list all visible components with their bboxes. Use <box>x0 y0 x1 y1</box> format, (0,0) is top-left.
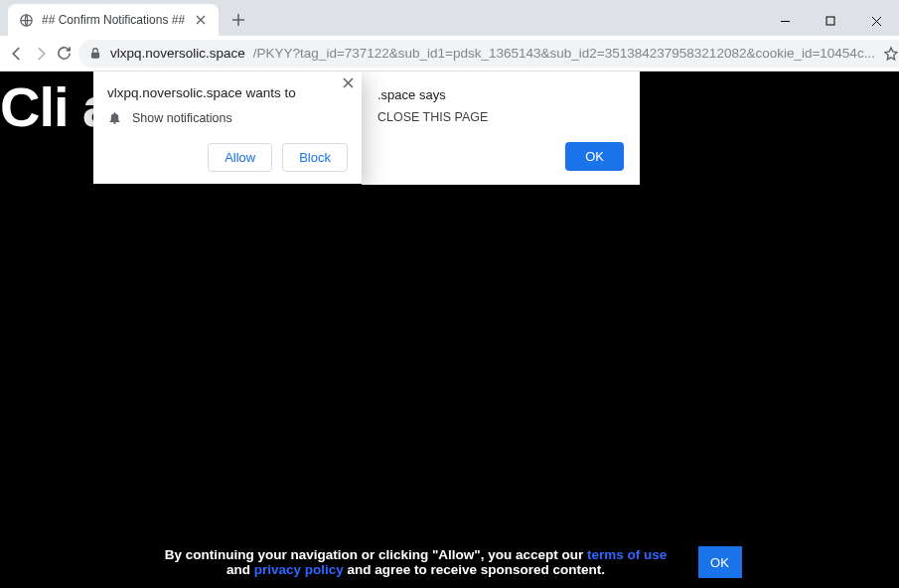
consent-text: By continuing your navigation or clickin… <box>158 547 674 577</box>
block-button[interactable]: Block <box>282 143 348 172</box>
allow-button[interactable]: Allow <box>208 143 272 172</box>
bookmark-star-icon[interactable] <box>883 46 899 62</box>
consent-text-2: and agree to receive sponsored content. <box>344 562 605 577</box>
url-path: /PKYY?tag_id=737122&sub_id1=pdsk_1365143… <box>253 46 875 61</box>
notification-permission-prompt: vlxpq.noversolic.space wants to Show not… <box>93 72 362 184</box>
new-tab-button[interactable] <box>225 6 252 34</box>
alert-ok-button[interactable]: OK <box>565 142 624 171</box>
svg-rect-2 <box>91 52 99 58</box>
titlebar: ## Confirm Notifications ## <box>0 0 899 36</box>
permission-text: Show notifications <box>132 111 232 125</box>
permission-header: vlxpq.noversolic.space wants to <box>107 85 348 100</box>
tab-title: ## Confirm Notifications ## <box>42 13 185 27</box>
browser-toolbar: vlxpq.noversolic.space/PKYY?tag_id=73712… <box>0 36 899 72</box>
reload-button[interactable] <box>56 40 73 68</box>
bell-icon <box>107 110 122 125</box>
minimize-button[interactable] <box>762 6 808 36</box>
consent-text-1: By continuing your navigation or clickin… <box>165 547 587 562</box>
tab-close-icon[interactable] <box>193 12 209 28</box>
window-controls <box>762 6 899 36</box>
consent-and: and <box>226 562 254 577</box>
url-host: vlxpq.noversolic.space <box>110 46 245 61</box>
permission-close-icon[interactable] <box>343 77 354 88</box>
consent-ok-button[interactable]: OK <box>698 546 742 578</box>
alert-message: CLOSE THIS PAGE <box>377 110 624 124</box>
back-button[interactable] <box>8 40 26 68</box>
permission-line: Show notifications <box>107 110 348 125</box>
lock-icon[interactable] <box>88 47 102 61</box>
maximize-button[interactable] <box>808 6 853 36</box>
tab-strip: ## Confirm Notifications ## <box>0 4 762 36</box>
browser-tab[interactable]: ## Confirm Notifications ## <box>8 4 219 36</box>
svg-rect-1 <box>826 17 834 25</box>
consent-bar: By continuing your navigation or clickin… <box>0 546 899 578</box>
address-bar[interactable]: vlxpq.noversolic.space/PKYY?tag_id=73712… <box>78 40 899 68</box>
privacy-link[interactable]: privacy policy <box>254 562 344 577</box>
forward-button <box>32 40 50 68</box>
globe-icon <box>18 12 34 28</box>
js-alert-dialog: .space says CLOSE THIS PAGE OK <box>362 72 640 185</box>
page-content: Cli at you are .space says CLOSE THIS PA… <box>0 72 899 588</box>
terms-link[interactable]: terms of use <box>587 547 667 562</box>
alert-header: .space says <box>377 87 624 102</box>
close-window-button[interactable] <box>853 6 899 36</box>
